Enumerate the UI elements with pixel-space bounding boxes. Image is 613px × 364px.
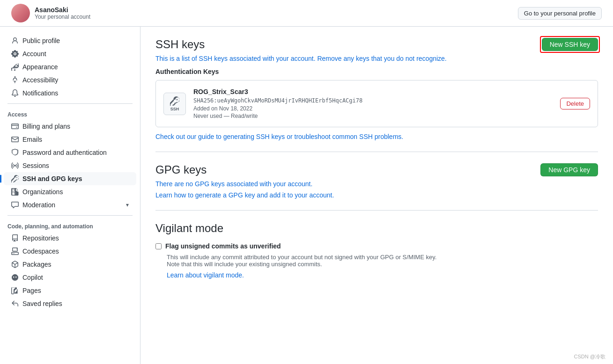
footer-brand: CSDN @冷歌 — [574, 353, 606, 360]
sidebar-item-ssh-gpg[interactable]: SSH and GPG keys — [4, 172, 136, 185]
comment-icon — [11, 201, 19, 209]
common-ssh-problems-link[interactable]: common SSH problems — [332, 133, 401, 140]
vigilant-checkbox[interactable] — [155, 243, 162, 249]
sidebar-label-repositories: Repositories — [22, 234, 59, 242]
sidebar-item-copilot[interactable]: Copilot — [4, 271, 136, 284]
sidebar-item-pages[interactable]: Pages — [4, 284, 136, 297]
broadcast-icon — [11, 162, 19, 169]
ssh-key-card: SSH ROG_Strix_Scar3 SHA256:ueAyWgohCkvAM… — [155, 80, 598, 127]
new-ssh-key-button[interactable]: New SSH key — [542, 38, 598, 51]
sidebar-label-codespaces: Codespaces — [22, 248, 59, 255]
sidebar-item-accessibility[interactable]: Accessibility — [4, 73, 136, 87]
ssh-section-title: SSH keys — [155, 38, 205, 51]
generating-ssh-keys-link[interactable]: generating SSH keys — [223, 133, 285, 140]
sidebar-label-appearance: Appearance — [22, 63, 58, 71]
sidebar-label-password: Password and authentication — [22, 149, 107, 156]
ssh-key-hash: SHA256:ueAyWgohCkvAMoRDsMU4jrIvRHQHIErbf… — [193, 97, 553, 104]
ssh-icon-box: SSH — [163, 93, 186, 115]
sidebar-label-billing: Billing and plans — [22, 123, 70, 130]
chevron-down-icon: ▾ — [126, 202, 129, 208]
sidebar-divider-2 — [7, 215, 133, 216]
gpg-divider — [155, 152, 598, 152]
vigilant-desc-2: Note that this will include your existin… — [167, 261, 598, 268]
sidebar-label-packages: Packages — [22, 261, 51, 268]
sidebar-label-saved-replies: Saved replies — [22, 300, 62, 307]
vigilant-learn-link: Learn about vigilant mode. — [167, 271, 598, 279]
delete-ssh-key-button[interactable]: Delete — [560, 98, 590, 109]
gpg-section-header: GPG keys New GPG key — [155, 163, 598, 176]
gpg-section-title: GPG keys — [155, 163, 207, 176]
user-name: AsanoSaki — [35, 6, 90, 14]
ssh-key-date: Added on Nov 18, 2022 — [193, 105, 553, 112]
new-gpg-key-button[interactable]: New GPG key — [540, 163, 598, 176]
sidebar: Public profile Account Appearance Access… — [0, 27, 140, 364]
package-icon — [11, 261, 19, 268]
credit-card-icon — [11, 123, 19, 130]
gpg-learn-link: Learn how to generate a GPG key and add … — [155, 191, 598, 199]
sidebar-item-appearance[interactable]: Appearance — [4, 60, 136, 73]
sidebar-label-sessions: Sessions — [22, 162, 49, 169]
sidebar-item-saved-replies[interactable]: Saved replies — [4, 297, 136, 310]
ssh-key-usage: Never used — Read/write — [193, 113, 553, 119]
vigilant-learn-anchor[interactable]: Learn about vigilant mode. — [167, 271, 244, 279]
vigilant-divider — [155, 210, 598, 211]
ssh-info-text: This is a list of SSH keys associated wi… — [155, 55, 598, 62]
ssh-label: SSH — [170, 107, 179, 111]
go-to-profile-button[interactable]: Go to your personal profile — [518, 7, 602, 20]
repo-icon — [11, 234, 19, 242]
vigilant-checkbox-label: Flag unsigned commits as unverified — [165, 242, 281, 250]
gear-icon — [11, 50, 19, 58]
sidebar-item-sessions[interactable]: Sessions — [4, 159, 136, 172]
sidebar-divider-1 — [7, 103, 133, 104]
sidebar-label-account: Account — [22, 50, 46, 58]
vigilant-section: Vigilant mode Flag unsigned commits as u… — [155, 222, 598, 279]
gpg-empty-text: There are no GPG keys associated with yo… — [155, 180, 598, 188]
sidebar-label-copilot: Copilot — [22, 274, 43, 281]
auth-keys-label: Authentication Keys — [155, 68, 598, 75]
reply-icon — [11, 300, 19, 307]
bell-icon — [11, 89, 19, 97]
sidebar-item-moderation[interactable]: Moderation ▾ — [4, 198, 136, 211]
sidebar-label-public-profile: Public profile — [22, 37, 60, 44]
ssh-key-details: ROG_Strix_Scar3 SHA256:ueAyWgohCkvAMoRDs… — [193, 88, 553, 119]
sidebar-item-organizations[interactable]: Organizations — [4, 185, 136, 198]
sidebar-label-emails: Emails — [22, 136, 42, 143]
user-info: AsanoSaki Your personal account — [11, 4, 90, 22]
sidebar-label-moderation: Moderation — [22, 201, 55, 209]
key-icon — [11, 175, 19, 182]
sidebar-item-account[interactable]: Account — [4, 47, 136, 60]
sidebar-label-accessibility: Accessibility — [22, 76, 58, 84]
sidebar-section-access: Access — [0, 108, 140, 120]
sidebar-item-public-profile[interactable]: Public profile — [4, 34, 136, 47]
sidebar-label-ssh-gpg: SSH and GPG keys — [22, 175, 82, 182]
avatar — [11, 4, 30, 22]
sidebar-item-billing[interactable]: Billing and plans — [4, 120, 136, 133]
sidebar-item-packages[interactable]: Packages — [4, 258, 136, 271]
user-sub: Your personal account — [35, 14, 90, 20]
ssh-section-header: SSH keys New SSH key — [155, 38, 598, 51]
main-content: SSH keys New SSH key This is a list of S… — [140, 27, 613, 364]
sidebar-item-codespaces[interactable]: Codespaces — [4, 245, 136, 258]
avatar-image — [11, 4, 30, 22]
person-icon — [11, 37, 19, 44]
mail-icon — [11, 136, 19, 143]
codespaces-icon — [11, 248, 19, 255]
user-details: AsanoSaki Your personal account — [35, 6, 90, 20]
pages-icon — [11, 287, 19, 294]
ssh-guide-text: Check out our guide to generating SSH ke… — [155, 133, 598, 140]
paintbrush-icon — [11, 63, 19, 71]
vigilant-desc-1: This will include any commit attributed … — [167, 254, 598, 261]
sidebar-item-password[interactable]: Password and authentication — [4, 146, 136, 159]
vigilant-title: Vigilant mode — [155, 222, 598, 235]
gpg-learn-anchor[interactable]: Learn how to generate a GPG key and add … — [155, 191, 334, 199]
new-ssh-key-wrapper: New SSH key — [542, 38, 598, 51]
vigilant-checkbox-row: Flag unsigned commits as unverified — [155, 242, 598, 250]
sidebar-label-pages: Pages — [22, 287, 41, 294]
building-icon — [11, 188, 19, 196]
sidebar-item-repositories[interactable]: Repositories — [4, 232, 136, 245]
sidebar-item-emails[interactable]: Emails — [4, 133, 136, 146]
top-bar: AsanoSaki Your personal account Go to yo… — [0, 0, 613, 27]
sidebar-item-notifications[interactable]: Notifications — [4, 87, 136, 100]
layout: Public profile Account Appearance Access… — [0, 27, 613, 364]
shield-icon — [11, 149, 19, 156]
